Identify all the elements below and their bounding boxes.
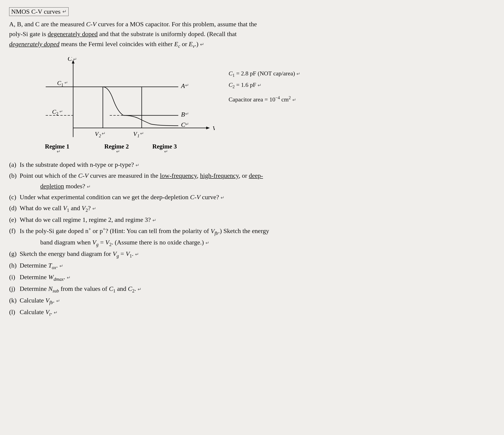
legend-area: C1 = 2.8 pF (NOT cap/area) ↵ C2 = 1.6 pF… [229, 69, 300, 106]
intro-line2: poly-Si gate is degenerately doped and t… [9, 30, 237, 37]
question-i: (i) Determine Wdmax. ↵ [9, 272, 489, 283]
svg-text:↵: ↵ [73, 57, 77, 62]
curve-b-label: B [181, 111, 185, 118]
page-title: NMOS C-V curves [11, 8, 61, 15]
question-e: (e) What do we call regime 1, regime 2, … [9, 214, 489, 225]
svg-marker-3 [206, 127, 210, 129]
x-axis-label: V [213, 125, 215, 132]
intro-line1: A, B, and C are the measured C-V curves … [9, 21, 257, 28]
intro-line3: degenerately doped means the Fermi level… [9, 40, 204, 47]
area-legend-text: Capacitor area = 10−4 cm2 ↵ [229, 94, 296, 105]
svg-text:1: 1 [137, 134, 139, 138]
c2-legend: C2 = 1.6 pF ↵ [229, 80, 300, 90]
q-text-g: Sketch the energy band diagram for Vg = … [20, 249, 489, 260]
svg-text:↵: ↵ [64, 80, 68, 85]
q-label-c: (c) [9, 192, 20, 202]
question-f: (f) Is the poly-Si gate doped n+ or p+? … [9, 225, 489, 248]
q-text-i: Determine Wdmax. ↵ [20, 272, 489, 283]
graph-container: C ↵ V g ↵ C 1 ↵ C 2 ↵ [27, 57, 215, 153]
q-label-l: (l) [9, 307, 20, 317]
c2-legend-text: C2 = 1.6 pF ↵ [229, 80, 261, 90]
question-b: (b) Point out which of the C-V curves ar… [9, 170, 489, 191]
q-label-a: (a) [9, 160, 20, 170]
return-symbol-title: ↵ [63, 9, 66, 15]
c2-graph-label: C [52, 108, 56, 115]
svg-text:↵: ↵ [185, 122, 189, 127]
diagram-area: C ↵ V g ↵ C 1 ↵ C 2 ↵ [9, 55, 495, 153]
q-text-c: Under what experimental condition can we… [20, 192, 489, 202]
q-text-b: Point out which of the C-V curves are me… [20, 170, 489, 191]
svg-text:↵: ↵ [140, 131, 144, 136]
question-d: (d) What do we call V1 and V2? ↵ [9, 203, 489, 214]
cv-graph: C ↵ V g ↵ C 1 ↵ C 2 ↵ [27, 57, 215, 153]
question-h: (h) Determine Tox. ↵ [9, 260, 489, 271]
svg-text:↵: ↵ [116, 149, 120, 153]
q-label-g: (g) [9, 249, 20, 259]
q-text-h: Determine Tox. ↵ [20, 260, 489, 271]
svg-text:↵: ↵ [185, 83, 189, 88]
questions-section: (a) Is the substrate doped with n-type o… [9, 160, 489, 318]
question-g: (g) Sketch the energy band diagram for V… [9, 249, 489, 260]
svg-text:↵: ↵ [102, 131, 106, 136]
svg-text:↵: ↵ [59, 109, 63, 114]
c1-legend-text: C1 = 2.8 pF (NOT cap/area) ↵ [229, 69, 300, 79]
q-label-d: (d) [9, 203, 20, 213]
curve-a-label: A [180, 82, 185, 89]
v1-label: V [133, 131, 138, 137]
q-label-k: (k) [9, 295, 20, 306]
v2-label: V [95, 131, 99, 137]
q-text-a: Is the substrate doped with n-type or p-… [20, 160, 489, 170]
question-c: (c) Under what experimental condition ca… [9, 192, 489, 202]
q-text-j: Determine Nsub from the values of C1 and… [20, 284, 489, 295]
svg-text:↵: ↵ [164, 149, 168, 153]
question-k: (k) Calculate Vfb. ↵ [9, 295, 489, 306]
question-a: (a) Is the substrate doped with n-type o… [9, 160, 489, 170]
q-label-h: (h) [9, 260, 20, 271]
q-label-b: (b) [9, 170, 20, 181]
q-text-e: What do we call regime 1, regime 2, and … [20, 214, 489, 225]
q-text-l: Calculate Vt. ↵ [20, 307, 489, 318]
q-label-f: (f) [9, 225, 20, 236]
question-j: (j) Determine Nsub from the values of C1… [9, 284, 489, 295]
curve-c-label: C [181, 121, 185, 128]
q-text-d: What do we call V1 and V2? ↵ [20, 203, 489, 214]
q-label-e: (e) [9, 214, 20, 225]
intro-paragraph: A, B, and C are the measured C-V curves … [9, 19, 489, 50]
area-legend: Capacitor area = 10−4 cm2 ↵ [229, 94, 300, 105]
q-text-f: Is the poly-Si gate doped n+ or p+? (Hin… [20, 225, 489, 248]
q-label-j: (j) [9, 284, 20, 294]
svg-text:2: 2 [56, 112, 58, 116]
c1-graph-label: C [57, 80, 61, 86]
svg-text:↵: ↵ [57, 149, 61, 153]
svg-text:2: 2 [99, 134, 101, 138]
svg-text:↵: ↵ [185, 111, 189, 116]
q-label-i: (i) [9, 272, 20, 282]
c1-legend: C1 = 2.8 pF (NOT cap/area) ↵ [229, 69, 300, 79]
y-axis-label: C [68, 57, 72, 62]
q-text-k: Calculate Vfb. ↵ [20, 295, 489, 306]
question-l: (l) Calculate Vt. ↵ [9, 307, 489, 318]
title-box: NMOS C-V curves ↵ [9, 7, 69, 16]
